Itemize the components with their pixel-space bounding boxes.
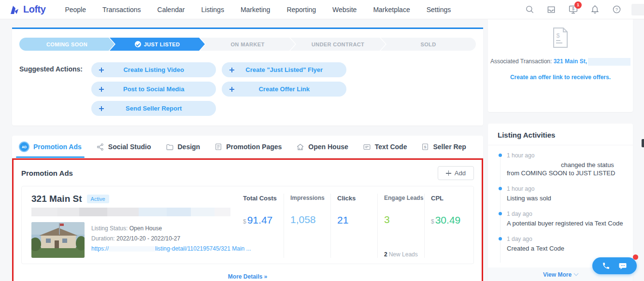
inbox-icon[interactable] bbox=[546, 4, 557, 15]
stage-sold[interactable]: SOLD bbox=[381, 38, 476, 51]
redacted-user-name bbox=[507, 162, 561, 167]
new-leads-note: 2New Leads bbox=[384, 251, 418, 258]
create-listing-video-button[interactable]: Create Listing Video bbox=[91, 62, 216, 77]
chat-icon[interactable] bbox=[618, 262, 627, 270]
nav-settings[interactable]: Settings bbox=[427, 6, 451, 14]
plus-icon bbox=[229, 68, 234, 72]
svg-text:$: $ bbox=[556, 32, 560, 39]
marketing-tabs: AD Promotion Ads Social Studio Design Pr… bbox=[12, 136, 483, 158]
listing-url-link[interactable]: https://listing-detail/1102195745/321 Ma… bbox=[91, 244, 251, 254]
associated-transaction-line: Associated Transaction: 321 Main St, bbox=[488, 58, 633, 66]
top-navbar: Lofty People Transactions Calendar Listi… bbox=[0, 0, 644, 19]
plus-icon bbox=[99, 68, 104, 72]
promotion-ads-panel: Promotion Ads Add 321 Main St Active bbox=[12, 158, 483, 281]
suggested-actions-label: Suggested Actions: bbox=[19, 62, 91, 116]
marketing-tools-card: AD Promotion Ads Social Studio Design Pr… bbox=[12, 136, 483, 281]
suggested-actions: Suggested Actions: Create Listing Video … bbox=[19, 62, 476, 116]
associated-transaction-card: $ Associated Transaction: 321 Main St, C… bbox=[488, 19, 633, 112]
invoice-icon: $ bbox=[552, 27, 569, 48]
ad-stats: Total Costs $91.47 Impressions 1,058 Cli… bbox=[237, 194, 473, 258]
nav-marketplace[interactable]: Marketplace bbox=[373, 6, 410, 14]
plus-icon bbox=[99, 106, 104, 111]
post-to-social-media-button[interactable]: Post to Social Media bbox=[91, 82, 216, 97]
timeline-dot-icon bbox=[499, 237, 502, 240]
check-circle-icon bbox=[135, 41, 141, 47]
create-offer-link[interactable]: Create an offer link to receive offers. bbox=[488, 74, 633, 81]
nav-transactions[interactable]: Transactions bbox=[102, 6, 141, 14]
promotion-ad-row: 321 Main St Active bbox=[21, 186, 474, 264]
chevron-down-icon bbox=[574, 271, 579, 276]
right-sidebar: $ Associated Transaction: 321 Main St, C… bbox=[488, 19, 633, 281]
nav-website[interactable]: Website bbox=[332, 6, 357, 14]
stat-cpl: CPL $30.49 bbox=[424, 194, 471, 258]
tab-seller-report[interactable]: S Seller Rep bbox=[421, 136, 466, 158]
page-icon bbox=[215, 143, 222, 151]
stage-on-market[interactable]: ON MARKET bbox=[200, 38, 295, 51]
nav-calendar[interactable]: Calendar bbox=[157, 6, 185, 14]
tab-social-studio[interactable]: Social Studio bbox=[96, 136, 151, 158]
folder-icon bbox=[166, 143, 174, 151]
timeline-dot-icon bbox=[499, 187, 502, 190]
nav-listings[interactable]: Listings bbox=[201, 6, 224, 14]
svg-text:$: $ bbox=[572, 6, 574, 11]
activity-item: 1 hour ago changed the status from COMIN… bbox=[499, 152, 624, 177]
redacted-transaction-part bbox=[588, 58, 630, 66]
activities-list: 1 hour ago changed the status from COMIN… bbox=[488, 145, 633, 267]
redacted-url-part bbox=[109, 246, 155, 252]
message-icon bbox=[363, 143, 371, 151]
plus-icon bbox=[229, 87, 234, 92]
tab-open-house[interactable]: Open House bbox=[296, 136, 348, 158]
search-icon[interactable] bbox=[524, 4, 535, 15]
communication-pill bbox=[592, 257, 637, 274]
stage-just-listed[interactable]: JUST LISTED bbox=[110, 38, 205, 51]
help-icon[interactable]: ? bbox=[611, 4, 622, 15]
plus-icon bbox=[99, 87, 104, 92]
stat-impressions: Impressions 1,058 bbox=[284, 194, 330, 258]
create-offer-link-button[interactable]: Create Offer Link bbox=[222, 82, 346, 97]
tab-text-code[interactable]: Text Code bbox=[363, 136, 407, 158]
timeline-dot-icon bbox=[499, 154, 502, 157]
listing-photo bbox=[31, 222, 85, 258]
activity-item: 1 day ago Created a Text Code bbox=[499, 236, 624, 253]
svg-text:S: S bbox=[424, 145, 427, 149]
suggested-actions-pills: Create Listing Video Create "Just Listed… bbox=[91, 62, 476, 116]
nav-marketing[interactable]: Marketing bbox=[241, 6, 270, 14]
panel-title: Promotion Ads bbox=[21, 169, 73, 177]
lofty-logo[interactable]: Lofty bbox=[9, 4, 45, 15]
main-column: COMING SOON JUST LISTED ON MARKET UNDER … bbox=[12, 19, 483, 281]
tab-design[interactable]: Design bbox=[166, 136, 200, 158]
notification-dot bbox=[633, 254, 638, 260]
status-pipeline: COMING SOON JUST LISTED ON MARKET UNDER … bbox=[19, 38, 476, 51]
nav-people[interactable]: People bbox=[65, 6, 86, 14]
main-nav: People Transactions Calendar Listings Ma… bbox=[65, 6, 451, 14]
phone-icon[interactable] bbox=[602, 262, 610, 270]
tab-promotion-pages[interactable]: Promotion Pages bbox=[215, 136, 282, 158]
more-details-link[interactable]: More Details » bbox=[228, 273, 267, 280]
header-icons: $ 1 ? bbox=[524, 4, 622, 15]
status-badge: Active bbox=[87, 195, 109, 203]
report-icon: S bbox=[421, 143, 429, 151]
listing-name: 321 Main St bbox=[31, 194, 82, 204]
panel-collapse-handle[interactable] bbox=[642, 139, 644, 147]
add-button[interactable]: Add bbox=[438, 166, 474, 180]
billing-badge: 1 bbox=[574, 1, 582, 9]
plus-icon bbox=[446, 170, 451, 176]
tab-promotion-ads[interactable]: AD Promotion Ads bbox=[19, 136, 82, 158]
billing-icon[interactable]: $ 1 bbox=[568, 4, 578, 15]
header-edge-box bbox=[631, 4, 644, 15]
nav-reporting[interactable]: Reporting bbox=[286, 6, 316, 14]
activity-item: 1 hour ago Listing was sold bbox=[499, 185, 624, 202]
create-just-listed-flyer-button[interactable]: Create "Just Listed" Flyer bbox=[222, 62, 346, 77]
activity-item: 1 day ago A potential buyer registered v… bbox=[499, 211, 624, 227]
notifications-bell-icon[interactable] bbox=[589, 4, 600, 15]
stage-coming-soon[interactable]: COMING SOON bbox=[19, 38, 114, 51]
redacted-address bbox=[31, 208, 230, 216]
share-icon bbox=[96, 143, 104, 151]
house-icon bbox=[296, 143, 304, 151]
send-seller-report-button[interactable]: Send Seller Report bbox=[91, 101, 216, 116]
transaction-link[interactable]: 321 Main St, bbox=[554, 58, 587, 65]
stage-under-contract[interactable]: UNDER CONTRACT bbox=[290, 38, 386, 51]
listing-status-line: Listing Status: Open House bbox=[91, 224, 251, 234]
lofty-logo-icon bbox=[9, 4, 20, 15]
page-content: COMING SOON JUST LISTED ON MARKET UNDER … bbox=[0, 19, 644, 281]
